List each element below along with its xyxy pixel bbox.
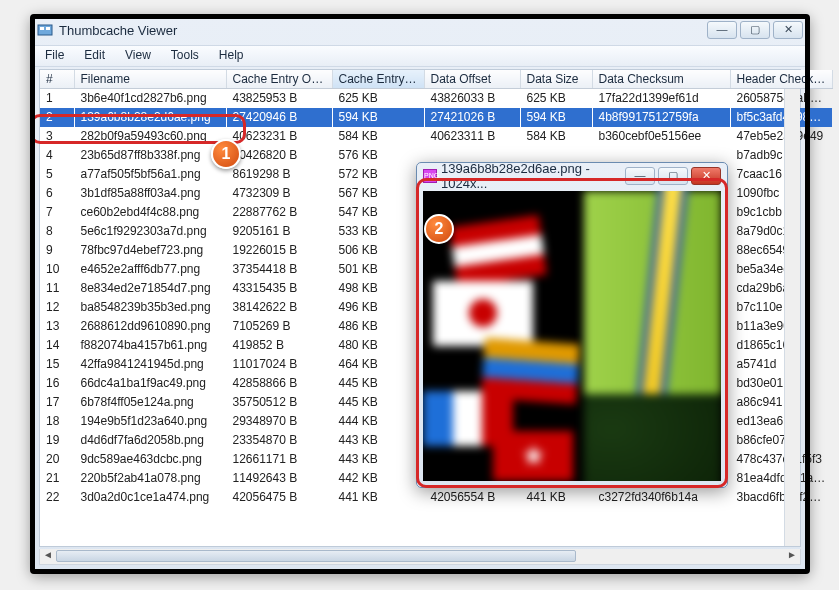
preview-title: 139a6b8b28e2d6ae.png - 1024x... [441, 161, 625, 191]
preview-minimize-button[interactable]: — [625, 167, 655, 185]
cell-ceo: 11017024 B [226, 355, 332, 374]
cell-ces: 625 KB [332, 89, 424, 108]
maximize-button[interactable]: ▢ [740, 21, 770, 39]
cell-hc: 3bacd6fb1ef2193 [730, 488, 832, 507]
app-icon [37, 22, 53, 38]
cell-ceo: 27420946 B [226, 108, 332, 127]
col-data-offset[interactable]: Data Offset [424, 70, 520, 89]
cell-ces: 506 KB [332, 241, 424, 260]
cell-dc: 17fa22d1399ef61d [592, 89, 730, 108]
cell-n: 19 [40, 431, 74, 450]
preview-titlebar[interactable]: PNG 139a6b8b28e2d6ae.png - 1024x... — ▢ … [417, 163, 727, 189]
cell-n: 12 [40, 298, 74, 317]
cell-hc: 88ec65497 [730, 241, 832, 260]
annotation-1-badge: 1 [211, 139, 241, 169]
cell-fn: e4652e2afff6db77.png [74, 260, 226, 279]
cell-ces: 576 KB [332, 146, 424, 165]
table-row[interactable]: 2139a6b8b28e2d6ae.png27420946 B594 KB274… [40, 108, 832, 127]
cell-ces: 442 KB [332, 469, 424, 488]
cell-ceo: 38142622 B [226, 298, 332, 317]
cell-n: 2 [40, 108, 74, 127]
preview-close-button[interactable]: ✕ [691, 167, 721, 185]
menu-view[interactable]: View [115, 46, 161, 66]
cell-ces: 501 KB [332, 260, 424, 279]
cell-hc: 7caac16 [730, 165, 832, 184]
cell-ds: 441 KB [520, 488, 592, 507]
close-button[interactable]: ✕ [773, 21, 803, 39]
cell-do: 40623311 B [424, 127, 520, 146]
cell-ces: 533 KB [332, 222, 424, 241]
cell-n: 21 [40, 469, 74, 488]
cell-ceo: 12661171 B [226, 450, 332, 469]
cell-ceo: 40623231 B [226, 127, 332, 146]
cell-n: 3 [40, 127, 74, 146]
col-data-checksum[interactable]: Data Checksum [592, 70, 730, 89]
cell-ces: 498 KB [332, 279, 424, 298]
col-cache-entry-offset[interactable]: Cache Entry Offset [226, 70, 332, 89]
cell-hc: b11a3e90 [730, 317, 832, 336]
scroll-left-arrow[interactable]: ◄ [40, 549, 56, 563]
preview-image [423, 191, 721, 481]
cell-hc: d1865c16 [730, 336, 832, 355]
cell-hc: ed13ea6 [730, 412, 832, 431]
cell-hc: b7c110e [730, 298, 832, 317]
cell-fn: 66dc4a1ba1f9ac49.png [74, 374, 226, 393]
menu-file[interactable]: File [35, 46, 74, 66]
cell-ceo: 35750512 B [226, 393, 332, 412]
cell-ceo: 7105269 B [226, 317, 332, 336]
menu-help[interactable]: Help [209, 46, 254, 66]
cell-fn: ba8548239b35b3ed.png [74, 298, 226, 317]
table-row[interactable]: 3282b0f9a59493c60.png40623231 B584 KB406… [40, 127, 832, 146]
menu-tools[interactable]: Tools [161, 46, 209, 66]
cell-ceo: 11492643 B [226, 469, 332, 488]
cell-fn: 2688612dd9610890.png [74, 317, 226, 336]
cell-ceo: 42056475 B [226, 488, 332, 507]
cell-ces: 443 KB [332, 431, 424, 450]
cell-fn: f882074ba4157b61.png [74, 336, 226, 355]
cell-hc: bf5c3afd4998ebf [730, 108, 832, 127]
menu-edit[interactable]: Edit [74, 46, 115, 66]
table-row[interactable]: 223d0a2d0c1ce1a474.png42056475 B441 KB42… [40, 488, 832, 507]
cell-fn: 220b5f2ab41a078.png [74, 469, 226, 488]
cell-fn: 8e834ed2e71854d7.png [74, 279, 226, 298]
cell-ces: 445 KB [332, 374, 424, 393]
scroll-right-arrow[interactable]: ► [784, 549, 800, 563]
table-row[interactable]: 13b6e40f1cd2827b6.png43825953 B625 KB438… [40, 89, 832, 108]
cell-fn: a77af505f5bf56a1.png [74, 165, 226, 184]
col-number[interactable]: # [40, 70, 74, 89]
cell-hc: 478c437c81f5f3 [730, 450, 832, 469]
horizontal-scrollbar[interactable]: ◄ ► [39, 549, 801, 565]
menubar: File Edit View Tools Help [31, 45, 809, 67]
cell-ces: 443 KB [332, 450, 424, 469]
cell-n: 7 [40, 203, 74, 222]
cell-hc: 81ea4dfd661a31b [730, 469, 832, 488]
titlebar[interactable]: Thumbcache Viewer — ▢ ✕ [31, 15, 809, 45]
cell-hc: a86c941 [730, 393, 832, 412]
cell-ces: 445 KB [332, 393, 424, 412]
cell-n: 18 [40, 412, 74, 431]
scroll-thumb[interactable] [56, 550, 576, 562]
col-header-checksum[interactable]: Header Checksu [730, 70, 832, 89]
col-data-size[interactable]: Data Size [520, 70, 592, 89]
cell-hc: be5a34ec [730, 260, 832, 279]
cell-n: 10 [40, 260, 74, 279]
cell-n: 4 [40, 146, 74, 165]
minimize-button[interactable]: — [707, 21, 737, 39]
cell-ceo: 19226015 B [226, 241, 332, 260]
cell-fn: ce60b2ebd4f4c88.png [74, 203, 226, 222]
annotation-2-badge: 2 [424, 214, 454, 244]
cell-hc: cda29b6a [730, 279, 832, 298]
cell-ces: 567 KB [332, 184, 424, 203]
col-filename[interactable]: Filename [74, 70, 226, 89]
cell-do: 27421026 B [424, 108, 520, 127]
cell-hc: b9c1cbb [730, 203, 832, 222]
cell-dc: 4b8f9917512759fa [592, 108, 730, 127]
vertical-scrollbar[interactable] [784, 89, 800, 546]
cell-fn: 139a6b8b28e2d6ae.png [74, 108, 226, 127]
preview-maximize-button[interactable]: ▢ [658, 167, 688, 185]
cell-fn: 194e9b5f1d23a640.png [74, 412, 226, 431]
col-cache-entry-size[interactable]: Cache Entry S... [332, 70, 424, 89]
cell-fn: 282b0f9a59493c60.png [74, 127, 226, 146]
cell-hc: b7adb9c [730, 146, 832, 165]
cell-ceo: 8619298 B [226, 165, 332, 184]
